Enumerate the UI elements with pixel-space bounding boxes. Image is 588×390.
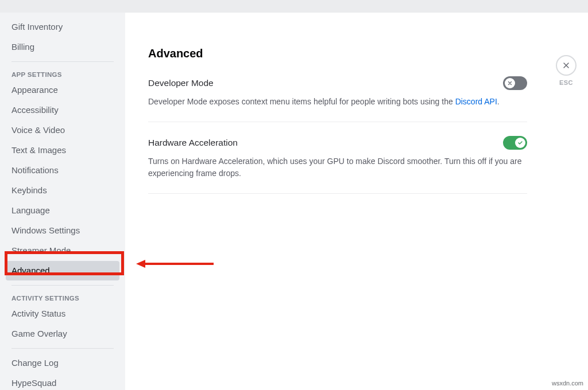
setting-hardware-acceleration: Hardware Acceleration Turns on Hardware … [148,136,527,194]
sidebar-header-app-settings: APP SETTINGS [6,67,119,80]
sidebar-separator [11,61,114,62]
sidebar-item-gift-inventory[interactable]: Gift Inventory [6,17,119,37]
toggle-knob [515,138,525,148]
window-titlebar [0,0,588,13]
hardware-acceleration-toggle[interactable] [503,136,527,150]
sidebar-item-windows-settings[interactable]: Windows Settings [6,221,119,240]
sidebar-header-activity-settings: ACTIVITY SETTINGS [6,290,119,304]
sidebar-item-advanced[interactable]: Advanced [6,261,119,280]
setting-row: Developer Mode [148,76,527,90]
discord-api-link[interactable]: Discord API [455,97,497,106]
settings-main: Advanced Developer Mode Developer Mode e… [125,13,588,390]
setting-desc-post: . [497,97,500,106]
page-title: Advanced [148,47,527,60]
sidebar-item-game-overlay[interactable]: Game Overlay [6,324,119,344]
sidebar-item-text-images[interactable]: Text & Images [6,141,119,160]
sidebar-item-appearance[interactable]: Appearance [6,80,119,100]
settings-sidebar: Gift Inventory Billing APP SETTINGS Appe… [0,13,125,390]
toggle-knob [505,78,515,88]
sidebar-item-billing[interactable]: Billing [6,37,119,57]
setting-developer-mode: Developer Mode Developer Mode exposes co… [148,76,527,122]
settings-layout: Gift Inventory Billing APP SETTINGS Appe… [0,13,588,390]
settings-content: Advanced Developer Mode Developer Mode e… [148,47,527,367]
sidebar-item-voice-video[interactable]: Voice & Video [6,120,119,140]
sidebar-item-accessibility[interactable]: Accessibility [6,100,119,120]
setting-title: Developer Mode [148,78,214,88]
close-icon [562,61,571,70]
close-button[interactable] [556,55,577,76]
setting-title: Hardware Acceleration [148,138,238,148]
close-label: ESC [559,79,573,86]
sidebar-item-notifications[interactable]: Notifications [6,161,119,180]
setting-row: Hardware Acceleration [148,136,527,150]
setting-description: Developer Mode exposes context menu item… [148,96,527,108]
sidebar-item-language[interactable]: Language [6,201,119,220]
sidebar-item-streamer-mode[interactable]: Streamer Mode [6,241,119,260]
sidebar-item-activity-status[interactable]: Activity Status [6,304,119,323]
close-panel: ESC [556,55,577,86]
x-icon [507,80,513,86]
watermark: wsxdn.com [552,380,583,387]
setting-desc-text: Developer Mode exposes context menu item… [148,97,455,106]
developer-mode-toggle[interactable] [503,76,527,90]
setting-desc-text: Turns on Hardware Acceleration, which us… [148,157,522,178]
sidebar-item-hypesquad[interactable]: HypeSquad [6,373,119,390]
sidebar-separator [11,348,114,349]
sidebar-separator [11,285,114,286]
check-icon [517,140,523,146]
sidebar-item-keybinds[interactable]: Keybinds [6,181,119,200]
setting-description: Turns on Hardware Acceleration, which us… [148,155,527,180]
sidebar-item-change-log[interactable]: Change Log [6,353,119,373]
